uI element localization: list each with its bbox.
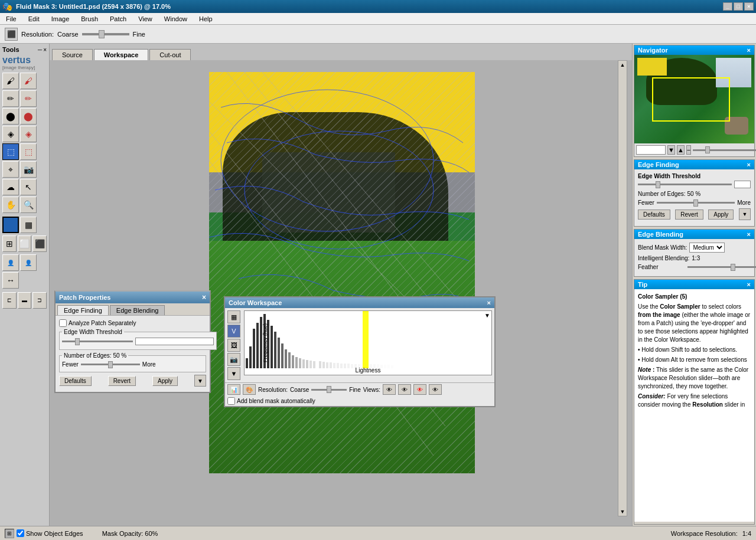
nav-close[interactable]: × [747,47,751,54]
svg-rect-45 [384,365,386,368]
nav-zoom-input[interactable]: 17.03% [636,145,666,155]
tip-text-2: • Hold down Shift to add to selections. [638,346,751,354]
tool-select-keep[interactable]: ⬚ [2,143,19,160]
nav-zoom-slider[interactable] [693,149,756,151]
cw-tool-3[interactable]: 🖼 [227,339,240,352]
tip-content-title: Color Sampler (5) [638,293,751,301]
tab-workspace[interactable]: Workspace [94,49,149,60]
tools-close-btn[interactable]: × [43,47,47,53]
nav-zoom-up[interactable]: ▲ [677,145,685,155]
cw-blend-mask-checkbox[interactable] [227,397,235,405]
show-object-edges-label[interactable]: Show Object Edges [17,529,83,537]
tool-extra-2[interactable]: ⬜ [18,235,32,252]
tool-edge-cut[interactable]: ◈ [20,126,37,142]
tool-select-cut[interactable]: ⬚ [20,143,37,160]
show-object-edges-checkbox[interactable] [17,529,24,537]
nav-zoom-down[interactable]: ▼ [667,145,675,155]
cw-tool-2[interactable]: V [227,325,240,338]
ef-revert-btn[interactable]: Revert [675,210,703,220]
ef-apply-btn[interactable]: Apply [708,210,734,220]
cw-view-3[interactable]: 👁 [413,384,426,395]
tool-extra-4[interactable]: ↔ [2,272,19,289]
tool-camera[interactable]: 📷 [20,161,37,178]
pp-defaults-btn[interactable]: Defaults [59,376,92,386]
status-icon-left[interactable]: ⊞ [5,529,14,538]
pp-apply-btn[interactable]: Apply [152,376,178,386]
ef-defaults-btn[interactable]: Defaults [638,210,670,220]
tool-paint-keep[interactable]: 🖌 [2,73,19,89]
ef-edges-slider[interactable] [657,202,735,204]
cw-view-4[interactable]: 👁 [429,384,442,395]
ef-threshold-slider[interactable] [638,184,732,185]
tool-brush-cut[interactable]: ✏ [20,90,37,107]
tool-fill-cut[interactable]: ⬤ [20,108,37,125]
tool-icon-1[interactable]: ⬛ [5,28,18,41]
eb-feather-slider[interactable] [687,266,756,268]
tool-smudge[interactable]: ☁ [2,179,19,195]
menu-image[interactable]: Image [48,14,73,24]
cw-resolution-slider[interactable] [311,389,347,391]
tool-extra-1[interactable]: ⊞ [2,235,17,252]
tool-pointer[interactable]: ↖ [20,179,37,195]
edge-width-value[interactable]: 2px [135,338,214,345]
cw-close[interactable]: × [487,299,491,306]
panel-tab-edge-finding[interactable]: Edge Finding [57,305,109,315]
svg-rect-9 [249,346,252,368]
menu-view[interactable]: View [135,14,156,24]
tip-close[interactable]: × [747,281,751,288]
eb-close[interactable]: × [747,231,751,238]
menu-brush[interactable]: Brush [77,14,102,24]
pp-revert-btn[interactable]: Revert [108,376,136,386]
tool-brush-keep[interactable]: ✏ [2,90,19,107]
canvas-area[interactable]: Patch Properties × Edge Finding Edge Ble… [50,60,632,526]
tab-cutout[interactable]: Cut-out [149,49,191,60]
cw-color-btn[interactable]: 🎨 [243,384,256,395]
cw-tool-1[interactable]: ▦ [227,310,240,323]
menu-help[interactable]: Help [195,14,216,24]
cw-view-1[interactable]: 👁 [383,384,396,395]
cw-tool-5[interactable]: ▼ [227,367,240,380]
tools-dock-btn[interactable]: ─ [38,47,42,53]
window-controls: _ □ × [723,2,754,11]
nav-zoom-minus[interactable]: − [686,145,691,155]
menu-patch[interactable]: Patch [106,14,130,24]
num-edges-slider[interactable] [81,364,140,365]
tool-face[interactable]: 👤 [2,254,19,271]
cw-histogram-btn[interactable]: 📊 [227,384,240,395]
tool-extra-3[interactable]: ⬛ [32,235,47,252]
tool-paint-cut[interactable]: 🖌 [20,73,37,89]
view-btn-3[interactable]: ⊐ [32,292,47,309]
maximize-btn[interactable]: □ [734,2,743,11]
menu-window[interactable]: Window [161,14,191,24]
view-btn-2[interactable]: ▬ [18,292,32,309]
canvas-scroll-right[interactable]: ▲ ▼ [618,60,627,516]
patch-props-close[interactable]: × [202,293,206,302]
ef-dropdown-btn[interactable]: ▼ [739,208,751,220]
foreground-color[interactable] [2,217,19,233]
checker-pattern[interactable]: ▦ [20,217,37,233]
panel-tab-edge-blending[interactable]: Edge Blending [110,305,165,315]
view-btn-1[interactable]: ⊏ [2,292,17,309]
cw-chart-close[interactable]: ▼ [484,312,490,319]
eb-blend-width-select[interactable]: Medium Thin Thick [689,243,725,253]
tool-face-cut[interactable]: 👤 [20,254,37,271]
menu-file[interactable]: File [2,14,20,24]
menu-edit[interactable]: Edit [25,14,43,24]
tool-hand[interactable]: ✋ [2,197,19,213]
ef-close[interactable]: × [747,161,751,168]
cw-view-2[interactable]: 👁 [398,384,411,395]
tool-zoom[interactable]: 🔍 [20,197,37,213]
tool-fill-keep[interactable]: ⬤ [2,108,19,125]
ef-threshold-value[interactable]: 2px [734,181,751,188]
close-btn[interactable]: × [744,2,754,11]
resolution-label: Resolution: [21,31,54,38]
tool-edge-keep[interactable]: ◈ [2,126,19,142]
pp-expand-btn[interactable]: ▼ [194,375,206,387]
analyze-patch-checkbox[interactable] [59,319,67,327]
edge-width-slider[interactable] [62,341,133,342]
tool-transform[interactable]: ⌖ [2,161,19,178]
tab-source[interactable]: Source [52,49,93,60]
minimize-btn[interactable]: _ [723,2,732,11]
resolution-slider[interactable] [82,33,129,35]
cw-tool-4[interactable]: 📷 [227,353,240,366]
